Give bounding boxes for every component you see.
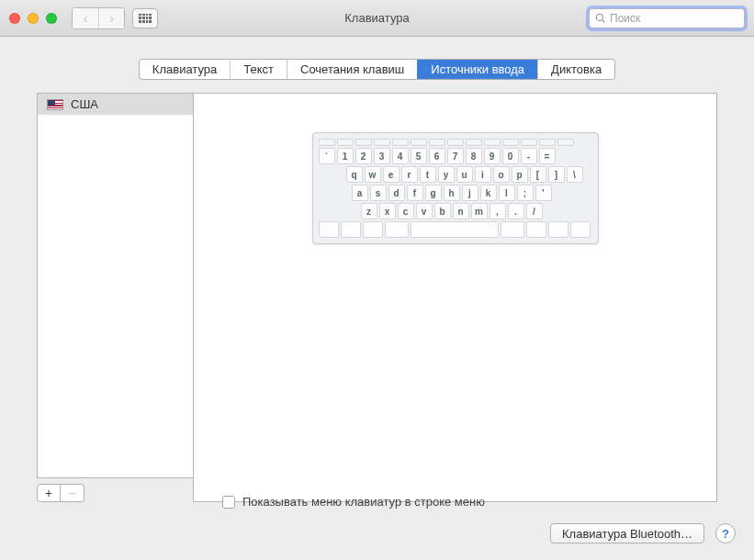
key: z — [361, 203, 377, 219]
key — [363, 221, 383, 238]
key — [411, 221, 499, 238]
key: / — [526, 203, 543, 219]
key: s — [370, 185, 387, 201]
show-all-button[interactable] — [132, 8, 158, 28]
key: g — [425, 185, 442, 201]
key: [ — [530, 166, 546, 183]
input-source-row[interactable]: США — [38, 94, 193, 115]
key: = — [539, 148, 556, 164]
key — [526, 221, 546, 238]
key: 1 — [337, 148, 354, 164]
key: f — [407, 185, 423, 201]
key: 0 — [502, 148, 519, 164]
key: a — [352, 185, 368, 201]
search-input[interactable] — [610, 12, 748, 25]
search-field[interactable] — [589, 8, 745, 28]
key: ` — [319, 148, 335, 164]
key — [501, 221, 524, 238]
key: 3 — [374, 148, 390, 164]
key: l — [499, 185, 515, 201]
back-button[interactable]: ‹ — [73, 8, 98, 28]
tab-keyboard[interactable]: Клавиатура — [140, 60, 230, 79]
bluetooth-keyboard-button[interactable]: Клавиатура Bluetooth… — [550, 523, 704, 543]
key: ; — [517, 185, 534, 201]
key: j — [462, 185, 478, 201]
key: v — [416, 203, 433, 219]
key: - — [521, 148, 537, 164]
flag-icon — [47, 99, 63, 110]
key: 2 — [355, 148, 372, 164]
titlebar: ‹ › Клавиатура — [0, 0, 754, 37]
key: m — [471, 203, 488, 219]
key: y — [438, 166, 455, 183]
key: 7 — [447, 148, 464, 164]
zoom-window-button[interactable] — [46, 13, 57, 24]
key: , — [490, 203, 506, 219]
search-icon — [595, 13, 606, 24]
input-source-name: США — [71, 97, 98, 111]
minimize-window-button[interactable] — [28, 13, 39, 24]
key — [341, 221, 361, 238]
key: n — [453, 203, 469, 219]
key: d — [388, 185, 405, 201]
keyboard-preview-pane: `1234567890-=qwertyuiop[]\asdfghjkl;'zxc… — [193, 93, 717, 502]
bottom-bar: Клавиатура Bluetooth… ? — [0, 509, 754, 560]
key: \ — [567, 166, 583, 183]
tab-shortcuts[interactable]: Сочетания клавиш — [287, 60, 417, 79]
key: ' — [535, 185, 552, 201]
nav-back-forward: ‹ › — [72, 7, 125, 29]
key: i — [475, 166, 491, 183]
close-window-button[interactable] — [9, 13, 20, 24]
show-menu-checkbox[interactable] — [222, 496, 235, 509]
key: 4 — [392, 148, 409, 164]
help-button[interactable]: ? — [715, 523, 736, 543]
forward-button[interactable]: › — [98, 8, 124, 28]
key: k — [480, 185, 497, 201]
tab-input[interactable]: Источники ввода — [417, 60, 537, 79]
key: 6 — [429, 148, 445, 164]
keyboard-preview: `1234567890-=qwertyuiop[]\asdfghjkl;'zxc… — [312, 132, 599, 244]
tab-dictation[interactable]: Диктовка — [537, 60, 614, 79]
key: q — [346, 166, 363, 183]
key: ] — [548, 166, 565, 183]
preferences-window: ‹ › Клавиатура КлавиатураТекстСочетания … — [0, 0, 754, 560]
key: o — [493, 166, 510, 183]
key: 5 — [411, 148, 427, 164]
key: x — [379, 203, 396, 219]
chevron-right-icon: › — [109, 11, 114, 26]
key: 9 — [484, 148, 501, 164]
key: p — [512, 166, 528, 183]
window-controls — [9, 13, 57, 24]
key: t — [420, 166, 436, 183]
key: u — [456, 166, 473, 183]
tab-bar: КлавиатураТекстСочетания клавишИсточники… — [0, 37, 754, 93]
chevron-left-icon: ‹ — [84, 11, 88, 26]
key: . — [508, 203, 524, 219]
key: 8 — [466, 148, 482, 164]
options-row: Показывать меню клавиатур в строке меню — [0, 495, 754, 509]
key — [570, 221, 591, 238]
key: w — [365, 166, 381, 183]
key: h — [444, 185, 460, 201]
key — [548, 221, 568, 238]
grid-icon — [139, 14, 152, 23]
key — [319, 221, 339, 238]
show-menu-label: Показывать меню клавиатур в строке меню — [242, 495, 485, 509]
tab-text[interactable]: Текст — [230, 60, 287, 79]
key: c — [398, 203, 414, 219]
key: r — [401, 166, 418, 183]
input-source-list[interactable]: США — [37, 93, 193, 478]
content-area: США + − `1234567890-=qwertyuiop[]\asdfgh… — [0, 93, 754, 511]
key: b — [434, 203, 451, 219]
key — [385, 221, 409, 238]
key: e — [383, 166, 400, 183]
